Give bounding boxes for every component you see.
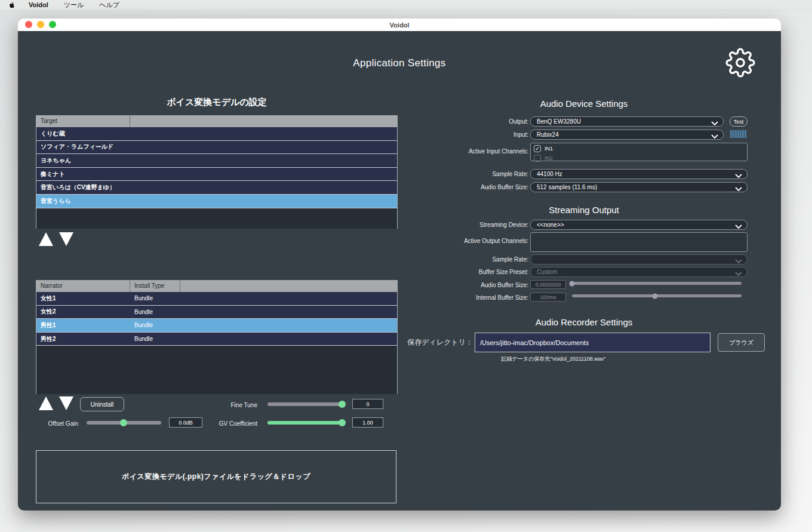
window-content: Application Settings ボイス変換モデルの設定 Target … [18, 31, 781, 511]
voice-model-section-title: ボイス変換モデルの設定 [36, 97, 398, 108]
settings-gear-icon[interactable] [725, 48, 755, 78]
audio-recorder-section-title: Audio Recorder Settings [412, 317, 756, 327]
output-label: Output: [409, 118, 528, 125]
audio-buffer-size-label: Audio Buffer Size: [409, 184, 528, 190]
menu-item-app[interactable]: Voidol [29, 1, 48, 8]
internal-buffer-value[interactable]: 100ms [530, 293, 566, 302]
target-row[interactable]: 音宮うらら [36, 195, 397, 208]
fine-tune-slider-thumb[interactable] [339, 401, 346, 408]
menu-item-help[interactable]: ヘルプ [99, 1, 119, 10]
menu-item-tools[interactable]: ツール [64, 1, 84, 10]
target-table-header: Target [36, 115, 397, 127]
target-row[interactable]: 奏ミナト [36, 168, 397, 182]
streaming-audio-buffer-slider[interactable] [570, 282, 742, 285]
narrator-row[interactable]: 女性1Bundle [36, 292, 397, 306]
save-directory-field[interactable]: /Users/jitto-imac/Dropbox/Documents [475, 333, 710, 352]
save-destination-note: 記録データの保存先"Voidol_20211108.wav" [404, 355, 703, 363]
gv-coefficient-value[interactable]: 1.00 [352, 417, 383, 428]
narrator-table: Narrator Install Type 女性1Bundle女性2Bundle… [36, 280, 398, 394]
narrator-table-header: Narrator Install Type [36, 280, 397, 292]
target-row[interactable]: くりむ蔵 [36, 127, 397, 141]
install-type-column-header: Install Type [130, 280, 180, 292]
app-window: Voidol Application Settings ボイス変換モデルの設定 … [18, 19, 781, 511]
chevron-down-icon [711, 120, 718, 127]
streaming-device-label: Streaming Device: [409, 222, 528, 228]
checkbox-unchecked-icon[interactable] [534, 155, 541, 162]
target-table-body: くりむ蔵ソフィア・ラムフィールドヨネちゃん奏ミナト音宮いろは（CV遠野まゆ）音宮… [36, 127, 397, 208]
save-directory-label: 保存ディレクトリ： [353, 337, 473, 348]
buffer-size-preset-label: Buffer Size Preset: [409, 269, 528, 275]
gv-coefficient-label: GV Coefficient [167, 420, 257, 427]
chevron-down-icon [735, 270, 742, 277]
window-title: Voidol [390, 21, 410, 29]
streaming-audio-buffer-slider-thumb[interactable] [570, 281, 575, 286]
target-row[interactable]: ソフィア・ラムフィールド [36, 141, 397, 155]
chevron-down-icon [735, 186, 742, 192]
audio-device-section-title: Audio Device Settings [412, 99, 756, 109]
audio-buffer-size-select[interactable]: 512 samples (11.6 ms) [530, 182, 748, 192]
model-dropzone[interactable]: ボイス変換モデル(.ppk)ファイルをドラッグ＆ドロップ [36, 450, 396, 503]
narrator-table-body: 女性1Bundle女性2Bundle男性1Bundle男性2Bundle [36, 292, 397, 346]
target-row[interactable]: ヨネちゃん [36, 154, 397, 168]
offset-gain-slider[interactable] [87, 421, 161, 425]
streaming-audio-buffer-label: Audio Buffer Size: [409, 282, 528, 288]
active-input-channels-label: Active Input Channels: [409, 148, 528, 155]
close-button[interactable] [25, 21, 32, 28]
narrator-row[interactable]: 男性1Bundle [36, 319, 397, 333]
channel-label: IN1 [545, 146, 553, 152]
uninstall-button[interactable]: Uninstall [80, 397, 124, 411]
minimize-button[interactable] [37, 21, 44, 28]
output-device-select[interactable]: BenQ EW3280U [530, 116, 724, 127]
offset-gain-slider-thumb[interactable] [120, 419, 127, 426]
input-device-select[interactable]: Rubix24 [530, 130, 724, 140]
chevron-down-icon [711, 133, 718, 140]
internal-buffer-slider-thumb[interactable] [653, 293, 658, 299]
apple-icon[interactable] [8, 1, 16, 9]
internal-buffer-label: Internal Buffer Size: [409, 294, 528, 301]
streaming-audio-buffer-value[interactable]: 0.0000000 [530, 280, 566, 289]
channel-row: IN2 [534, 154, 747, 162]
internal-buffer-slider[interactable] [572, 294, 742, 297]
channel-row: ✓IN1 [534, 144, 747, 153]
active-output-channels-box [530, 232, 748, 252]
narrator-row[interactable]: 男性2Bundle [36, 333, 397, 346]
input-level-meter [730, 130, 748, 139]
narrator-row[interactable]: 女性2Bundle [36, 306, 397, 319]
chevron-down-icon [735, 223, 742, 230]
streaming-sample-rate-label: Sample Rate: [409, 256, 528, 263]
sample-rate-select[interactable]: 44100 Hz [530, 169, 748, 179]
buffer-size-preset-select[interactable]: Custom [530, 267, 748, 277]
target-row[interactable]: 音宮いろは（CV遠野まゆ） [36, 181, 397, 195]
target-column-header: Target [36, 115, 130, 127]
chevron-down-icon [735, 173, 742, 179]
narrator-move-up-button[interactable] [39, 396, 53, 410]
test-button[interactable]: Test [730, 116, 748, 127]
streaming-device-select[interactable]: <<none>> [530, 220, 748, 230]
gv-coefficient-slider[interactable] [267, 421, 345, 425]
fine-tune-slider[interactable] [267, 402, 345, 406]
page-title: Application Settings [18, 57, 781, 69]
sample-rate-label: Sample Rate: [409, 171, 528, 177]
target-model-table: Target くりむ蔵ソフィア・ラムフィールドヨネちゃん奏ミナト音宮いろは（CV… [36, 115, 398, 229]
gv-coefficient-slider-thumb[interactable] [339, 419, 346, 426]
target-move-up-button[interactable] [39, 232, 53, 246]
zoom-button[interactable] [49, 21, 56, 28]
input-label: Input: [409, 131, 528, 138]
chevron-down-icon [735, 258, 742, 265]
offset-gain-label: Offset Gain [30, 420, 78, 427]
checkbox-checked-icon[interactable]: ✓ [534, 145, 541, 152]
active-output-channels-label: Active Output Channels: [409, 238, 528, 244]
channel-label: IN2 [545, 155, 553, 161]
title-bar: Voidol [18, 19, 781, 31]
streaming-output-section-title: Streaming Output [412, 205, 756, 215]
streaming-sample-rate-select[interactable] [530, 254, 748, 265]
browse-button[interactable]: ブラウズ [718, 333, 765, 352]
menu-bar: Voidol ツール ヘルプ [0, 0, 812, 10]
narrator-move-down-button[interactable] [59, 396, 73, 410]
target-move-down-button[interactable] [59, 232, 73, 246]
fine-tune-label: Fine Tune [167, 402, 257, 408]
active-input-channels-box: ✓IN1IN2 [530, 143, 748, 161]
fine-tune-value[interactable]: 0 [352, 399, 383, 409]
narrator-column-header: Narrator [36, 280, 130, 292]
